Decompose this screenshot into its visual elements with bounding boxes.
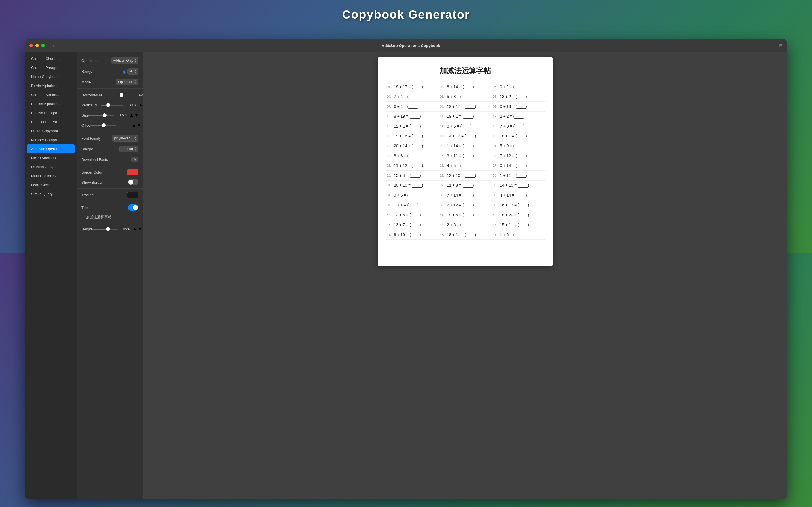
sidebar-item-chinese-para[interactable]: Chinese Paragr... <box>27 63 75 72</box>
window-title: Add/Sub Operations Copybook <box>45 43 406 48</box>
title-text-input[interactable] <box>82 214 139 220</box>
range-chevrons: ▲▼ <box>134 69 137 73</box>
show-border-setting: Show Border <box>77 177 143 187</box>
horizontal-margin-setting: Horizontal M... 60px ▲▼ <box>77 90 143 100</box>
equation-cell: 19.20 + 14 = (____) <box>386 141 406 151</box>
separator-1 <box>77 89 143 89</box>
close-button[interactable] <box>29 44 33 47</box>
tracing-setting: Tracing <box>77 190 143 200</box>
sidebar-item-name-copybook[interactable]: Name Copybook <box>27 72 75 81</box>
weight-label: Weight <box>82 147 93 151</box>
height-slider[interactable] <box>92 229 117 230</box>
title-text-row <box>77 213 143 221</box>
equation-cell: 46.8 + 19 = (____) <box>386 230 406 239</box>
height-value: 65px <box>120 227 131 231</box>
horizontal-margin-value: 60px <box>136 93 143 97</box>
sidebar-item-number-comp[interactable]: Number Compa... <box>27 135 75 144</box>
sidebar-item-mixed-add[interactable]: Mixed Add/Sub... <box>27 154 75 162</box>
sidebar-item-multiplication[interactable]: Multiplication C... <box>27 172 75 180</box>
equation-row: 13.12 + 1 = (____)14.8 + 6 = (____)15.7 … <box>386 121 406 131</box>
equation-text: 15 + 4 = (____) <box>394 173 406 178</box>
operation-chevrons: ▲▼ <box>134 58 137 63</box>
equation-number: 37. <box>387 203 393 207</box>
equation-number: 04. <box>387 95 393 98</box>
equation-cell: 13.12 + 1 = (____) <box>386 121 406 131</box>
size-setting: Size 65% ▲▼ <box>77 110 143 120</box>
equation-number: 25. <box>387 164 393 167</box>
mode-select[interactable]: Operation ▲▼ <box>116 78 139 86</box>
horizontal-margin-label: Horizontal M... <box>82 93 105 97</box>
equation-row: 22.8 + 3 = (____)23.3 + 11 = (____)24.7 … <box>386 151 406 161</box>
minimize-button[interactable] <box>35 44 39 47</box>
equation-number: 34. <box>387 193 393 197</box>
equation-cell: 04.7 + 4 = (____) <box>386 92 406 101</box>
mode-label: Mode <box>82 80 91 84</box>
equation-cell: 43.13 + 7 = (____) <box>386 220 406 230</box>
height-label: Height <box>82 227 92 231</box>
horizontal-margin-slider[interactable] <box>105 95 133 96</box>
title-toggle[interactable] <box>128 205 139 211</box>
sidebar-item-chinese-char[interactable]: Chinese Charac... <box>27 54 75 63</box>
equation-number: 22. <box>387 154 393 158</box>
sidebar-item-pinyin[interactable]: Pinyin Alphabet... <box>27 81 75 90</box>
size-label: Size <box>82 113 89 117</box>
equation-number: 43. <box>387 223 393 226</box>
separator-5 <box>77 201 143 202</box>
equation-cell: 31.20 + 10 = (____) <box>386 180 406 190</box>
range-value-container: ◉ 20 ▲▼ <box>122 68 139 75</box>
mode-value: Operation <box>118 80 133 84</box>
download-fonts-button[interactable]: A <box>132 157 139 162</box>
size-slider[interactable] <box>89 115 114 116</box>
equation-number: 40. <box>387 213 393 217</box>
sidebar-item-english-alpha[interactable]: English Alphabe... <box>27 100 75 108</box>
download-fonts-label: Download Fonts <box>82 158 108 162</box>
font-family-label: Font Family <box>82 136 101 140</box>
equation-cell: 16.19 + 16 = (____) <box>386 131 406 141</box>
equation-row: 01.19 + 17 = (____)02.8 + 14 = (____)03.… <box>386 82 406 92</box>
range-circle-icon[interactable]: ◉ <box>122 69 126 74</box>
equation-row: 04.7 + 4 = (____)05.5 + 8 = (____)06.13 … <box>386 92 406 102</box>
equation-row: 28.15 + 4 = (____)29.12 + 10 = (____)30.… <box>386 171 406 180</box>
tracing-label: Tracing <box>82 193 94 197</box>
equation-number: 13. <box>387 124 393 128</box>
sidebar-item-digital[interactable]: Digital Copybook <box>27 126 75 135</box>
equation-row: 07.6 + 4 = (____)08.12 + 17 = (____)09.0… <box>386 102 406 112</box>
vertical-margin-slider[interactable] <box>101 105 123 106</box>
operation-select[interactable]: Addition Only ▲▼ <box>111 57 139 64</box>
height-stepper[interactable]: ▲▼ <box>133 226 142 231</box>
weight-setting: Weight Regular ▲▼ <box>77 144 143 154</box>
weight-select[interactable]: Regular ▲▼ <box>119 146 139 152</box>
sidebar-item-stroke-query[interactable]: Stroke Query <box>27 189 75 198</box>
sidebar: Chinese Charac... Chinese Paragr... Name… <box>25 52 77 253</box>
show-border-label: Show Border <box>82 180 103 184</box>
sidebar-item-add-sub[interactable]: Add/Sub Operat... <box>27 145 75 153</box>
offset-stepper[interactable]: ▲▼ <box>132 123 141 128</box>
size-slider-container: 65% ▲▼ <box>89 113 139 118</box>
equation-cell: 37.1 + 1 = (____) <box>386 200 406 210</box>
weight-chevrons: ▲▼ <box>134 147 137 151</box>
operation-value: Addition Only <box>113 59 133 62</box>
size-stepper[interactable]: ▲▼ <box>129 113 139 118</box>
sidebar-item-pen-control[interactable]: Pen Control Pra... <box>27 117 75 126</box>
equation-cell: 25.11 + 12 = (____) <box>386 161 406 170</box>
show-border-toggle[interactable] <box>128 179 139 185</box>
equation-text: 1 + 1 = (____) <box>394 203 406 207</box>
offset-slider[interactable] <box>91 125 116 126</box>
range-setting: Range ◉ 20 ▲▼ <box>77 66 143 76</box>
equation-row: 34.9 + 5 = (____)35.7 + 14 = (____)36.4 … <box>386 190 406 200</box>
sidebar-item-division[interactable]: Division Copyb... <box>27 163 75 171</box>
sidebar-item-chinese-stroke[interactable]: Chinese Stroke... <box>27 91 75 99</box>
equation-number: 46. <box>387 233 393 236</box>
maximize-button[interactable] <box>41 44 45 47</box>
sidebar-item-english-para[interactable]: English Paragra... <box>27 108 75 117</box>
equation-number: 16. <box>387 134 393 138</box>
border-color-swatch[interactable] <box>127 169 139 175</box>
font-family-select[interactable]: pinyin-wen... ▲▼ <box>112 135 139 142</box>
vertical-margin-label: Vertical M... <box>82 103 101 107</box>
operation-setting: Operation Addition Only ▲▼ <box>77 55 143 66</box>
sidebar-item-learn-clocks[interactable]: Learn Clocks C... <box>27 180 75 189</box>
vertical-margin-stepper[interactable]: ▲▼ <box>139 103 143 108</box>
tracing-box[interactable] <box>127 192 139 198</box>
range-stepper[interactable]: 20 ▲▼ <box>128 68 139 75</box>
equation-number: 19. <box>387 144 393 148</box>
